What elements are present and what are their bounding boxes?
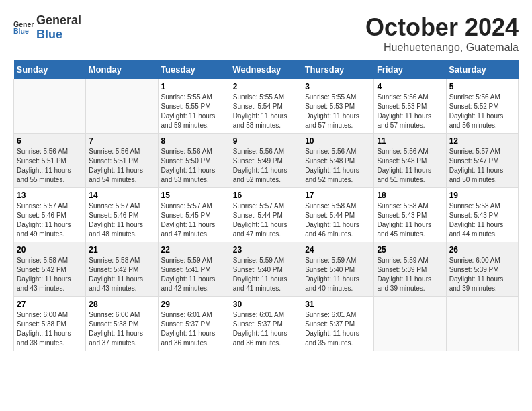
day-number: 7 <box>89 136 154 146</box>
day-number: 20 <box>17 245 83 255</box>
calendar-cell: 13Sunrise: 5:57 AMSunset: 5:46 PMDayligh… <box>14 188 86 242</box>
calendar-week-row: 27Sunrise: 6:00 AMSunset: 5:38 PMDayligh… <box>14 297 519 351</box>
calendar-week-row: 6Sunrise: 5:56 AMSunset: 5:51 PMDaylight… <box>14 134 519 188</box>
weekday-header: Thursday <box>302 60 374 79</box>
day-number: 25 <box>377 245 443 255</box>
logo-blue: Blue <box>36 28 62 41</box>
day-info: Sunrise: 5:56 AMSunset: 5:50 PMDaylight:… <box>161 147 227 185</box>
day-number: 9 <box>233 136 299 146</box>
weekday-header: Sunday <box>14 60 86 79</box>
calendar-cell: 28Sunrise: 6:00 AMSunset: 5:38 PMDayligh… <box>86 297 158 351</box>
weekday-header: Monday <box>86 60 158 79</box>
day-number: 21 <box>89 245 154 255</box>
day-number: 15 <box>161 191 227 200</box>
day-info: Sunrise: 5:58 AMSunset: 5:42 PMDaylight:… <box>17 256 83 293</box>
day-info: Sunrise: 5:55 AMSunset: 5:54 PMDaylight:… <box>233 93 299 130</box>
calendar-cell <box>374 297 446 351</box>
calendar-cell: 18Sunrise: 5:58 AMSunset: 5:43 PMDayligh… <box>374 188 446 242</box>
day-info: Sunrise: 5:58 AMSunset: 5:44 PMDaylight:… <box>305 201 371 239</box>
day-info: Sunrise: 5:56 AMSunset: 5:53 PMDaylight:… <box>377 93 443 130</box>
day-number: 30 <box>233 300 299 309</box>
day-number: 3 <box>305 82 371 91</box>
calendar-cell: 19Sunrise: 5:58 AMSunset: 5:43 PMDayligh… <box>446 188 518 242</box>
day-info: Sunrise: 5:58 AMSunset: 5:43 PMDaylight:… <box>449 201 515 239</box>
day-info: Sunrise: 5:58 AMSunset: 5:42 PMDaylight:… <box>89 256 154 293</box>
day-info: Sunrise: 5:57 AMSunset: 5:46 PMDaylight:… <box>17 201 83 239</box>
day-info: Sunrise: 6:01 AMSunset: 5:37 PMDaylight:… <box>305 310 371 348</box>
calendar-cell: 27Sunrise: 6:00 AMSunset: 5:38 PMDayligh… <box>14 297 86 351</box>
calendar-cell: 21Sunrise: 5:58 AMSunset: 5:42 PMDayligh… <box>86 242 158 297</box>
day-info: Sunrise: 5:56 AMSunset: 5:48 PMDaylight:… <box>377 147 443 185</box>
logo-icon: General Blue <box>13 17 34 38</box>
day-info: Sunrise: 6:00 AMSunset: 5:39 PMDaylight:… <box>449 256 515 293</box>
title-block: October 2024 Huehuetenango, Guatemala <box>365 13 519 54</box>
day-number: 13 <box>17 191 83 200</box>
day-number: 5 <box>449 82 515 91</box>
logo: General Blue General Blue <box>13 13 81 42</box>
day-number: 23 <box>233 245 299 255</box>
calendar-cell: 11Sunrise: 5:56 AMSunset: 5:48 PMDayligh… <box>374 134 446 188</box>
day-number: 31 <box>305 300 371 309</box>
day-number: 24 <box>305 245 371 255</box>
day-info: Sunrise: 6:00 AMSunset: 5:38 PMDaylight:… <box>17 310 83 348</box>
day-info: Sunrise: 5:56 AMSunset: 5:52 PMDaylight:… <box>449 93 515 130</box>
calendar-cell: 24Sunrise: 5:59 AMSunset: 5:40 PMDayligh… <box>302 242 374 297</box>
calendar-cell <box>446 297 518 351</box>
day-info: Sunrise: 5:56 AMSunset: 5:48 PMDaylight:… <box>305 147 371 185</box>
day-number: 2 <box>233 82 299 91</box>
day-number: 17 <box>305 191 371 200</box>
calendar-week-row: 13Sunrise: 5:57 AMSunset: 5:46 PMDayligh… <box>14 188 519 242</box>
day-info: Sunrise: 5:57 AMSunset: 5:44 PMDaylight:… <box>233 201 299 239</box>
day-info: Sunrise: 6:00 AMSunset: 5:38 PMDaylight:… <box>89 310 154 348</box>
calendar-cell: 17Sunrise: 5:58 AMSunset: 5:44 PMDayligh… <box>302 188 374 242</box>
calendar-cell: 14Sunrise: 5:57 AMSunset: 5:46 PMDayligh… <box>86 188 158 242</box>
day-info: Sunrise: 5:56 AMSunset: 5:49 PMDaylight:… <box>233 147 299 185</box>
calendar-week-row: 1Sunrise: 5:55 AMSunset: 5:55 PMDaylight… <box>14 79 519 134</box>
svg-text:Blue: Blue <box>13 27 29 35</box>
calendar-cell: 6Sunrise: 5:56 AMSunset: 5:51 PMDaylight… <box>14 134 86 188</box>
calendar-cell: 25Sunrise: 5:59 AMSunset: 5:39 PMDayligh… <box>374 242 446 297</box>
day-number: 11 <box>377 136 443 146</box>
calendar-cell: 16Sunrise: 5:57 AMSunset: 5:44 PMDayligh… <box>230 188 302 242</box>
location-title: Huehuetenango, Guatemala <box>365 42 519 54</box>
day-number: 4 <box>377 82 443 91</box>
calendar-cell: 3Sunrise: 5:55 AMSunset: 5:53 PMDaylight… <box>302 79 374 134</box>
day-info: Sunrise: 6:01 AMSunset: 5:37 PMDaylight:… <box>233 310 299 348</box>
calendar-cell: 1Sunrise: 5:55 AMSunset: 5:55 PMDaylight… <box>158 79 230 134</box>
calendar-cell: 10Sunrise: 5:56 AMSunset: 5:48 PMDayligh… <box>302 134 374 188</box>
calendar-cell: 5Sunrise: 5:56 AMSunset: 5:52 PMDaylight… <box>446 79 518 134</box>
day-info: Sunrise: 5:58 AMSunset: 5:43 PMDaylight:… <box>377 201 443 239</box>
day-number: 26 <box>449 245 515 255</box>
calendar-cell: 8Sunrise: 5:56 AMSunset: 5:50 PMDaylight… <box>158 134 230 188</box>
calendar-cell <box>86 79 158 134</box>
calendar-cell: 2Sunrise: 5:55 AMSunset: 5:54 PMDaylight… <box>230 79 302 134</box>
page-header: General Blue General Blue October 2024 H… <box>13 13 519 54</box>
day-number: 14 <box>89 191 154 200</box>
day-info: Sunrise: 5:56 AMSunset: 5:51 PMDaylight:… <box>17 147 83 185</box>
day-info: Sunrise: 5:56 AMSunset: 5:51 PMDaylight:… <box>89 147 154 185</box>
calendar-week-row: 20Sunrise: 5:58 AMSunset: 5:42 PMDayligh… <box>14 242 519 297</box>
day-info: Sunrise: 5:59 AMSunset: 5:39 PMDaylight:… <box>377 256 443 293</box>
day-info: Sunrise: 5:55 AMSunset: 5:53 PMDaylight:… <box>305 93 371 130</box>
day-number: 18 <box>377 191 443 200</box>
calendar-cell: 23Sunrise: 5:59 AMSunset: 5:40 PMDayligh… <box>230 242 302 297</box>
calendar-cell: 9Sunrise: 5:56 AMSunset: 5:49 PMDaylight… <box>230 134 302 188</box>
day-number: 8 <box>161 136 227 146</box>
calendar-cell: 26Sunrise: 6:00 AMSunset: 5:39 PMDayligh… <box>446 242 518 297</box>
day-info: Sunrise: 5:57 AMSunset: 5:46 PMDaylight:… <box>89 201 154 239</box>
day-number: 19 <box>449 191 515 200</box>
calendar-cell: 22Sunrise: 5:59 AMSunset: 5:41 PMDayligh… <box>158 242 230 297</box>
calendar-cell: 12Sunrise: 5:57 AMSunset: 5:47 PMDayligh… <box>446 134 518 188</box>
weekday-header: Wednesday <box>230 60 302 79</box>
day-info: Sunrise: 6:01 AMSunset: 5:37 PMDaylight:… <box>161 310 227 348</box>
day-number: 16 <box>233 191 299 200</box>
day-number: 22 <box>161 245 227 255</box>
day-info: Sunrise: 5:59 AMSunset: 5:40 PMDaylight:… <box>233 256 299 293</box>
logo-general: General <box>36 13 81 27</box>
day-number: 1 <box>161 82 227 91</box>
calendar-cell: 4Sunrise: 5:56 AMSunset: 5:53 PMDaylight… <box>374 79 446 134</box>
calendar-cell: 31Sunrise: 6:01 AMSunset: 5:37 PMDayligh… <box>302 297 374 351</box>
day-info: Sunrise: 5:59 AMSunset: 5:41 PMDaylight:… <box>161 256 227 293</box>
weekday-header: Tuesday <box>158 60 230 79</box>
day-number: 29 <box>161 300 227 309</box>
